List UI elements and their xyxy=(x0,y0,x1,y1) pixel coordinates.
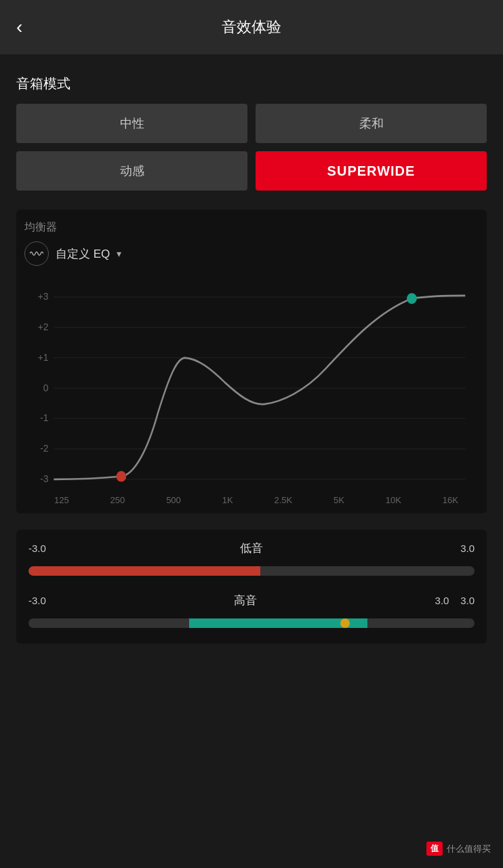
svg-text:+1: +1 xyxy=(38,351,49,363)
treble-slider-header: -3.0 高音 3.0 3.0 xyxy=(28,593,475,608)
watermark: 值 什么值得买 xyxy=(426,842,491,856)
bass-fill xyxy=(28,566,260,576)
svg-text:-1: -1 xyxy=(40,412,48,424)
watermark-text: 什么值得买 xyxy=(447,843,491,855)
bass-range-left: -3.0 xyxy=(28,542,56,554)
x-label-500: 500 xyxy=(166,495,181,505)
page-title: 音效体验 xyxy=(222,17,281,37)
eq-wave-icon xyxy=(24,241,49,266)
x-label-1k: 1K xyxy=(222,495,233,505)
mode-button-grid: 中性 柔和 动感 SUPERWIDE xyxy=(16,104,487,191)
treble-thumb[interactable] xyxy=(340,618,350,628)
svg-text:-3: -3 xyxy=(40,473,48,485)
section-title-speaker: 音箱模式 xyxy=(16,75,487,93)
mode-button-neutral[interactable]: 中性 xyxy=(16,104,247,143)
back-button[interactable]: ‹ xyxy=(16,18,22,37)
treble-track-bg xyxy=(28,618,475,628)
mode-button-superwide[interactable]: SUPERWIDE xyxy=(256,151,487,191)
main-content: 音箱模式 中性 柔和 动感 SUPERWIDE 均衡器 自定义 EQ ▾ xyxy=(0,54,503,657)
eq-preset-label: 自定义 EQ xyxy=(56,246,110,262)
equalizer-section: 均衡器 自定义 EQ ▾ +3 +2 xyxy=(16,210,487,513)
mode-button-soft[interactable]: 柔和 xyxy=(256,104,487,143)
treble-label: 高音 xyxy=(234,593,257,608)
svg-point-15 xyxy=(407,294,417,304)
mode-button-dynamic[interactable]: 动感 xyxy=(16,151,247,191)
treble-slider-track[interactable] xyxy=(28,614,475,633)
bass-slider-row: -3.0 低音 3.0 xyxy=(28,540,475,580)
svg-text:+2: +2 xyxy=(38,321,49,333)
svg-text:-2: -2 xyxy=(40,443,48,454)
eq-section-title: 均衡器 xyxy=(24,220,479,235)
eq-preset-selector[interactable]: 自定义 EQ ▾ xyxy=(24,241,479,266)
bass-slider-track[interactable] xyxy=(28,561,475,580)
watermark-badge: 值 xyxy=(426,842,443,856)
treble-slider-row: -3.0 高音 3.0 3.0 xyxy=(28,593,475,633)
svg-text:0: 0 xyxy=(43,382,49,393)
x-label-125: 125 xyxy=(54,495,69,505)
treble-range-left: -3.0 xyxy=(28,595,56,606)
bass-track-bg xyxy=(28,566,475,576)
svg-text:+3: +3 xyxy=(38,291,49,302)
eq-chevron-icon: ▾ xyxy=(117,248,121,259)
bass-range-right: 3.0 xyxy=(447,542,475,554)
x-label-5k: 5K xyxy=(334,495,344,505)
eq-chart[interactable]: +3 +2 +1 0 -1 -2 -3 xyxy=(24,275,479,492)
bass-label: 低音 xyxy=(240,540,263,556)
eq-curve-svg: +3 +2 +1 0 -1 -2 -3 xyxy=(24,275,479,492)
svg-point-14 xyxy=(117,471,126,481)
x-label-16k: 16K xyxy=(443,495,458,505)
eq-x-axis: 125 250 500 1K 2.5K 5K 10K 16K xyxy=(24,495,479,505)
x-label-2k5: 2.5K xyxy=(274,495,292,505)
speaker-mode-section: 音箱模式 中性 柔和 动感 SUPERWIDE xyxy=(16,75,487,191)
x-label-10k: 10K xyxy=(386,495,401,505)
treble-range-right: 3.0 3.0 xyxy=(435,595,475,606)
sliders-section: -3.0 低音 3.0 -3.0 高音 3.0 3.0 xyxy=(16,530,487,644)
x-label-250: 250 xyxy=(110,495,125,505)
bass-slider-header: -3.0 低音 3.0 xyxy=(28,540,475,556)
header: ‹ 音效体验 xyxy=(0,0,503,54)
